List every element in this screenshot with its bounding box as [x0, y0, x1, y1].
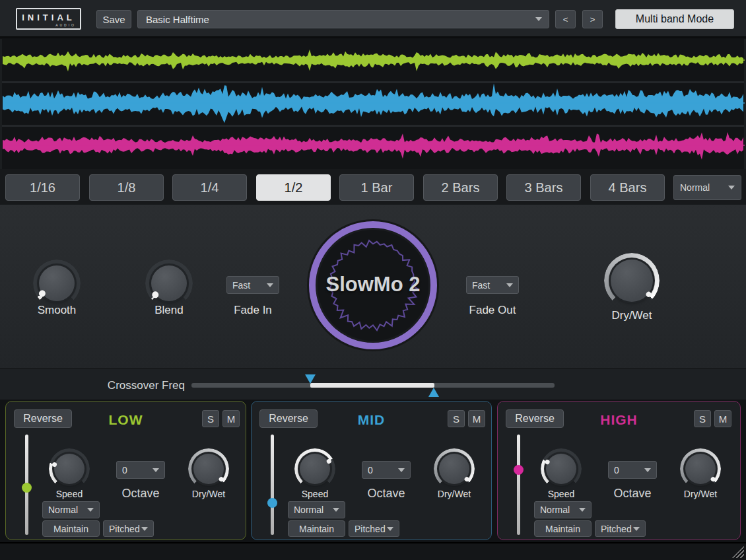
band-dry-wet-knob[interactable]: [188, 448, 229, 489]
knob-face: [300, 454, 330, 484]
maintain-button[interactable]: Maintain: [534, 520, 592, 537]
smooth-label: Smooth: [17, 304, 96, 317]
slider-handle[interactable]: [514, 465, 524, 475]
knob-face: [54, 454, 85, 484]
smooth-knob[interactable]: [33, 260, 81, 307]
band-dry-wet-label: Dry/Wet: [667, 489, 733, 499]
chevron-down-icon: [87, 508, 94, 512]
band-mode-select[interactable]: Normal: [534, 501, 592, 518]
rate-button-1-16[interactable]: 1/16: [5, 174, 80, 201]
octave-value: 0: [122, 465, 127, 475]
chevron-down-icon: [153, 468, 159, 472]
chevron-down-icon: [728, 186, 735, 190]
chevron-down-icon: [398, 468, 405, 472]
chevron-down-icon: [579, 508, 586, 512]
mute-button[interactable]: M: [468, 410, 485, 427]
previous-preset-button[interactable]: <: [555, 10, 576, 28]
crossover-low-mid-handle[interactable]: [305, 374, 316, 384]
chevron-down-icon: [141, 527, 148, 531]
octave-select[interactable]: 0: [608, 461, 657, 479]
band-mode-value: Normal: [294, 505, 323, 515]
chevron-down-icon: [387, 527, 393, 531]
crossover-slider-track[interactable]: [191, 383, 555, 388]
chevron-down-icon: [633, 527, 640, 531]
rate-button-1-8[interactable]: 1/8: [89, 174, 164, 201]
plugin-title: SlowMo 2: [316, 273, 430, 297]
pitch-mode-value: Pitched: [355, 524, 386, 534]
speed-knob[interactable]: [49, 448, 90, 489]
mute-button[interactable]: M: [714, 410, 731, 427]
pitch-mode-value: Pitched: [601, 524, 632, 534]
octave-select[interactable]: 0: [116, 461, 165, 479]
dry-wet-knob[interactable]: [604, 253, 660, 308]
rate-button-1-4[interactable]: 1/4: [172, 174, 247, 201]
slider-handle[interactable]: [22, 483, 32, 493]
slider-handle[interactable]: [267, 498, 277, 508]
octave-select[interactable]: 0: [362, 461, 411, 479]
multi-band-mode-button[interactable]: Multi band Mode: [615, 9, 734, 29]
rate-button-4-bars[interactable]: 4 Bars: [590, 174, 665, 201]
crossover-mid-high-handle[interactable]: [428, 388, 439, 397]
chevron-down-icon: [506, 283, 513, 287]
band-dry-wet-knob[interactable]: [680, 448, 721, 489]
resize-grip-icon[interactable]: [732, 546, 744, 558]
pitch-mode-select[interactable]: Pitched: [349, 520, 399, 537]
dry-wet-label: Dry/Wet: [592, 309, 671, 322]
pitch-mode-select[interactable]: Pitched: [595, 520, 646, 537]
band-level-slider[interactable]: [267, 435, 277, 535]
rate-button-1-2[interactable]: 1/2: [256, 174, 331, 201]
chevron-down-icon: [267, 283, 273, 287]
chevron-down-icon: [333, 508, 339, 512]
chevron-down-icon: [644, 468, 651, 472]
solo-button[interactable]: S: [694, 410, 711, 427]
maintain-button[interactable]: Maintain: [288, 520, 345, 537]
rate-button-2-bars[interactable]: 2 Bars: [423, 174, 498, 201]
band-dry-wet-label: Dry/Wet: [176, 489, 242, 499]
waveform-canvas: [3, 39, 745, 169]
pitch-mode-value: Pitched: [109, 524, 140, 534]
crossover-freq-label: Crossover Freq: [66, 379, 185, 392]
crossover-active-range: [310, 383, 434, 388]
band-level-slider[interactable]: [513, 435, 524, 535]
band-dry-wet-label: Dry/Wet: [421, 489, 487, 499]
maintain-button[interactable]: Maintain: [42, 520, 100, 537]
slider-track: [517, 435, 520, 535]
trigger-mode-select[interactable]: Normal: [673, 175, 741, 200]
octave-label: Octave: [108, 487, 174, 501]
solo-button[interactable]: S: [202, 410, 219, 427]
slowmo2-logo-badge: SlowMo 2: [309, 221, 437, 349]
band-panels: Reverse LOW S M Speed 0 Octave: [0, 400, 746, 542]
pitch-mode-select[interactable]: Pitched: [103, 520, 154, 537]
octave-value: 0: [614, 465, 619, 475]
fade-out-select[interactable]: Fast: [466, 276, 519, 294]
band-mode-select[interactable]: Normal: [288, 501, 345, 518]
fade-out-value: Fast: [472, 280, 490, 291]
rate-button-1-bar[interactable]: 1 Bar: [339, 174, 414, 201]
rate-button-3-bars[interactable]: 3 Bars: [506, 174, 581, 201]
lane-divider: [2, 125, 744, 127]
octave-label: Octave: [353, 487, 419, 501]
waveform-display: [0, 39, 746, 169]
speed-knob[interactable]: [294, 448, 335, 489]
band-mode-select[interactable]: Normal: [42, 501, 100, 518]
mute-button[interactable]: M: [222, 410, 240, 427]
status-bar: [0, 542, 746, 560]
fade-in-select[interactable]: Fast: [226, 276, 279, 294]
speed-knob[interactable]: [541, 448, 582, 489]
knob-indicator: [51, 462, 57, 468]
save-button[interactable]: Save: [96, 10, 131, 28]
lane-divider: [2, 81, 744, 83]
initial-audio-logo: INITIAL AUDIO: [16, 8, 81, 30]
preset-select[interactable]: Basic Halftime: [137, 10, 549, 28]
speed-label: Speed: [528, 489, 594, 499]
preset-value: Basic Halftime: [146, 14, 209, 25]
slowmo2-plugin-window: INITIAL AUDIO Save Basic Halftime < > Mu…: [0, 0, 746, 560]
next-preset-button[interactable]: >: [582, 10, 603, 28]
rate-button-row: 1/16 1/8 1/4 1/2 1 Bar 2 Bars 3 Bars 4 B…: [0, 169, 746, 205]
fade-out-label: Fade Out: [453, 304, 532, 317]
blend-knob[interactable]: [145, 260, 193, 307]
band-level-slider[interactable]: [21, 435, 32, 535]
band-dry-wet-knob[interactable]: [434, 448, 475, 489]
octave-label: Octave: [599, 487, 665, 501]
solo-button[interactable]: S: [448, 410, 465, 427]
